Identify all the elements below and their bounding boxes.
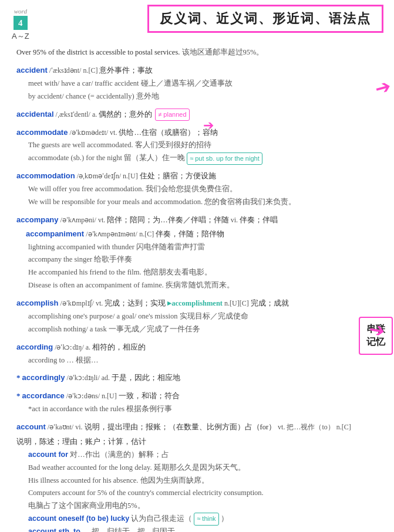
word-accordance: accordance	[22, 389, 65, 403]
entry-accommodation: accommodation /əˌkɒməˈdeɪʃn/ n.[U] 住处；膳宿…	[16, 170, 378, 209]
pron-accommodation: /əˌkɒməˈdeɪʃn/	[77, 170, 121, 182]
word-badge: word 4 A～Z	[12, 8, 29, 42]
def-accordance-zh: 一致，和谐；符合	[119, 390, 180, 403]
gram-accomplish: vt.	[96, 297, 103, 310]
entry-according-head: according /əˈkɔːdɪŋ/ a. 相符的，相应的	[16, 341, 378, 354]
gram-accommodate: vt.	[110, 127, 117, 139]
entry-accomplish-head: accomplish /əˈkɒmplɪʃ/ vt. 完成；达到；实现 ▸acc…	[16, 297, 378, 310]
account-ex3: Computers account for 5% of the country'…	[28, 487, 378, 500]
gram-account-vt: vt. 把…视作（to）	[278, 421, 335, 433]
entry-according: according /əˈkɔːdɪŋ/ a. 相符的，相应的 accordin…	[16, 341, 378, 367]
gram-accompany: vt.	[98, 214, 105, 226]
accompany-ex2: accompany the singer 给歌手伴奏	[28, 253, 378, 266]
pron-accompaniment: /əˈkʌmpənɪmənt/	[86, 230, 137, 238]
word-number: 4	[14, 16, 28, 30]
entry-accordingly-head: *accordingly /əˈkɔːdɪŋli/ ad. 于是，因此；相应地	[16, 371, 378, 385]
accommodate-ex2-text: accommodate (sb.) for the night 留（某人）住一晚	[28, 152, 185, 165]
def-accompaniment-zh: 伴奏，伴随；陪伴物	[156, 230, 224, 238]
main-content: Over 95% of the district is accessible t…	[0, 45, 394, 532]
accommodation-ex2: We will be responsible for your meals an…	[28, 196, 378, 209]
entry-accommodate: accommodate /əˈkɒmədeɪt/ vt. 供给…住宿（或膳宿）；…	[16, 126, 378, 165]
word-label: word	[14, 8, 27, 15]
account-ex2: His illness accounted for his absence. 他…	[28, 475, 378, 487]
gram-accompaniment: n.[C]	[139, 230, 154, 238]
def-accidental-zh: 偶然的；意外的	[99, 109, 152, 121]
gram-accordingly: ad.	[102, 372, 110, 384]
pron-accidental: /ˌæksɪˈdentl/	[56, 109, 90, 121]
accomplish-ex1: accomplishing one's purpose/ a goal/ one…	[28, 310, 378, 323]
entry-accompany-head: accompany /əˈkʌmpəni/ vt. 陪伴；陪同；为…伴奏／伴唱；…	[16, 214, 378, 227]
word-accommodation: accommodation	[16, 170, 75, 183]
pink-arrow-accidental: ➔	[203, 114, 214, 137]
intro-en: Over 95% of the district is accessible t…	[16, 48, 180, 56]
sidebar-memory: 串联记忆 ➔	[361, 317, 393, 341]
def-accompany-zh: 陪伴；陪同；为…伴奏／伴唱；伴随	[107, 214, 229, 227]
pron-according: /əˈkɔːdɪŋ/	[55, 341, 84, 354]
tag-putup: ≈ put sb. up for the night	[187, 153, 262, 165]
phrase-account-for: account for	[28, 450, 68, 459]
accompany-ex1: lightning accompanied with thunder 闪电伴随着…	[28, 241, 378, 254]
page: word 4 A～Z 反义词、近义词、形近词、语法点 Over 95% of t…	[0, 0, 394, 532]
gram-accommodation: n.[U]	[123, 170, 138, 182]
def-according-zh: 相符的，相应的	[92, 341, 146, 354]
def-account-n: 说明，陈述；理由；账户；计算，估计	[16, 436, 146, 449]
phrase-account-oneself: account oneself (to be) lucky	[28, 513, 129, 526]
account-phrase1: account for 对…作出（满意的）解释；占	[28, 449, 378, 462]
intro-text: Over 95% of the district is accessible t…	[16, 46, 378, 58]
word-accommodate: accommodate	[16, 126, 68, 140]
word-accordingly: accordingly	[22, 371, 65, 385]
entry-accomplish: accomplish /əˈkɒmplɪʃ/ vt. 完成；达到；实现 ▸acc…	[16, 297, 378, 336]
accident-ex1: meet with/ have a car/ traffic accident …	[28, 77, 378, 90]
tag-think: ≈ think	[194, 513, 218, 525]
gram-accident: n.[C]	[83, 65, 97, 77]
accommodation-ex1: We will offer you free accommodation. 我们…	[28, 183, 378, 196]
entry-accordance: *accordance /əˈkɔːdəns/ n.[U] 一致，和谐；符合 *…	[16, 389, 378, 416]
def-accident-zh: 意外事件；事故	[99, 65, 153, 77]
pron-accompany: /əˈkʌmpəni/	[60, 214, 96, 226]
entry-accommodate-head: accommodate /əˈkɒmədeɪt/ vt. 供给…住宿（或膳宿）；…	[16, 126, 378, 140]
entry-accident-head: accident /ˈæksɪdənt/ n.[C] 意外事件；事故	[16, 64, 378, 77]
entry-accordance-head: *accordance /əˈkɔːdəns/ n.[U] 一致，和谐；符合	[16, 389, 378, 403]
def-accomplish-zh: 完成；达到；实现	[105, 297, 166, 310]
word-accident: accident	[16, 64, 48, 77]
pron-account: /əˈkaʊnt/	[48, 421, 73, 433]
gram-account-vi: vi.	[75, 421, 82, 433]
header-title-box: 反义词、近义词、形近词、语法点	[147, 5, 383, 33]
accomplish-ex2: accomplish nothing/ a task 一事无成／完成了一件任务	[28, 323, 378, 336]
gram-accompany2: vi.	[231, 214, 238, 226]
def-accompany-zh2: 伴奏；伴唱	[240, 214, 278, 227]
word-accomplishment: ▸accomplishment	[167, 297, 223, 310]
intro-zh: 该地区通邮率超过95%。	[182, 48, 264, 56]
gram-accidental: a.	[92, 109, 97, 121]
entry-accidental-head: accidental /ˌæksɪˈdentl/ a. 偶然的；意外的 ≠ pl…	[16, 108, 378, 121]
phrase-account-sth: account sth. to …	[28, 527, 90, 532]
word-accidental: accidental	[16, 108, 54, 121]
phrase-account-sth-def: 把…归结于，把…归因于	[92, 527, 175, 532]
gram-accordance: n.[U]	[102, 390, 117, 402]
def-accommodation-zh: 住处；膳宿；方便设施	[140, 170, 216, 183]
word-accomplish: accomplish	[16, 297, 59, 310]
account-phrase2: account oneself (to be) lucky 认为自己很走运（ ≈…	[28, 513, 378, 526]
according-ex1: according to … 根据…	[28, 354, 378, 367]
header-title: 反义词、近义词、形近词、语法点	[160, 11, 371, 26]
gram-account-n: n.[C]	[336, 421, 351, 433]
pron-accident: /ˈæksɪdənt/	[49, 65, 82, 77]
gram-accomplishment: n.[U][C]	[224, 297, 249, 310]
accompany-ex4: Disease is often an accompaniment of fam…	[28, 279, 378, 292]
gram-according: a.	[86, 341, 90, 354]
entry-account: account /əˈkaʊnt/ vi. 说明，提出理由；报账；（在数量、比例…	[16, 421, 378, 532]
account-sth: account sth. to … 把…归结于，把…归因于	[28, 526, 378, 532]
word-accompaniment: accompaniment	[26, 229, 84, 238]
entry-accident: accident /ˈæksɪdənt/ n.[C] 意外事件；事故 meet …	[16, 64, 378, 103]
def-accomplishment-zh: 完成；成就	[251, 297, 289, 310]
star-accordance: *	[16, 389, 21, 403]
phrase-account-for-def: 对…作出（满意的）解释；占	[70, 450, 169, 459]
account-ex1: Bad weather accounted for the long delay…	[28, 462, 378, 475]
word-according: according	[16, 341, 53, 354]
tag-planned: ≠ planned	[155, 109, 189, 121]
accommodate-ex1: The guests are well accommodated. 客人们受到很…	[28, 139, 378, 152]
accident-ex2: by accident/ chance (= accidentally) 意外地	[28, 90, 378, 103]
pron-accomplish: /əˈkɒmplɪʃ/	[60, 297, 94, 310]
word-account: account	[16, 421, 46, 434]
phrase-account-oneself-def-pre: 认为自己很走运（	[131, 513, 192, 526]
